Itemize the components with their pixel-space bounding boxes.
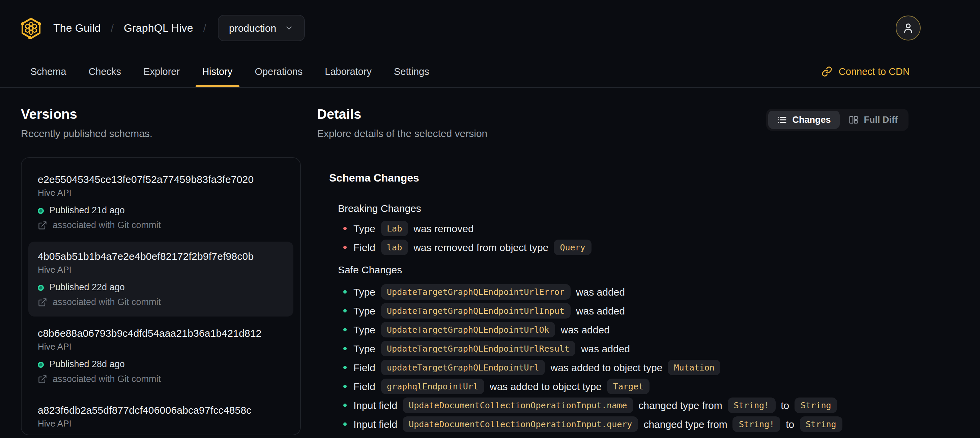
tab-schema[interactable]: Schema [24,56,73,87]
connect-to-cdn-button[interactable]: Connect to CDN [822,56,910,87]
full-diff-toggle-button[interactable]: Full Diff [840,111,907,129]
breadcrumb-bar: The Guild / GraphQL Hive / production [0,0,980,56]
git-commit-label: associated with Git commit [52,219,161,231]
version-published-row: Published 22d ago [38,282,284,293]
top-header: The Guild / GraphQL Hive / production Sc… [0,0,980,88]
tab-operations[interactable]: Operations [248,56,309,87]
published-status-dot [38,207,44,213]
git-commit-label: associated with Git commit [52,373,161,385]
main-content: Versions Recently published schemas. e2e… [0,88,980,438]
published-status-dot [38,285,44,290]
schema-coordinate-badge: UpdateTargetGraphQLEndpointUrlResult [381,341,576,356]
change-text: changed type from [643,418,727,430]
target-selector-value: production [229,22,276,34]
schema-coordinate-badge: UpdateTargetGraphQLEndpointUrlOk [381,322,555,337]
version-item[interactable]: 4b05ab51b1b4a7e2e4b0ef82172f2b9f7ef98c0b… [28,242,293,317]
versions-subtitle: Recently published schemas. [21,127,301,140]
safe-change-item: TypeUpdateTargetGraphQLEndpointUrlResult… [329,339,908,358]
details-subtitle: Explore details of the selected version [317,127,487,140]
changes-toggle-button[interactable]: Changes [768,111,839,129]
git-commit-label: associated with Git commit [52,296,161,308]
schema-coordinate-badge: Lab [381,220,408,236]
version-published-row: Published 28d ago [38,358,284,371]
breaking-changes-list: TypeLabwas removedFieldlabwas removed fr… [329,219,908,256]
chevron-down-icon [284,24,293,32]
safe-change-item: TypeUpdateTargetGraphQLEndpointUrlInputw… [329,301,908,320]
version-item[interactable]: e2e55045345ce13fe07f52a77459b83fa3fe7020… [28,165,293,240]
change-text: was removed [414,222,474,234]
published-label: Published 22d ago [49,282,125,293]
tab-history[interactable]: History [195,56,239,87]
change-text: was added to object type [551,362,663,373]
safe-changes-title: Safe Changes [329,263,908,276]
columns-icon [848,115,859,125]
git-commit-link[interactable]: associated with Git commit [38,373,284,385]
tab-explorer[interactable]: Explorer [137,56,186,87]
version-service: Hive API [38,341,284,352]
published-status-dot [38,362,44,368]
details-panel: Details Explore details of the selected … [317,106,908,438]
details-header: Details Explore details of the selected … [317,106,908,140]
version-item[interactable]: c8b6e88a06793b9c4dfd54aaa21b36a1b421d812… [28,319,293,393]
change-text: was added to object type [490,380,601,392]
breaking-change-item: Fieldlabwas removed from object typeQuer… [329,237,908,256]
view-toggle-group: Changes Full Diff [766,109,908,131]
published-label: Published 28d ago [49,358,125,371]
safe-change-item: FieldgraphqlEndpointUrlwas added to obje… [329,377,908,395]
change-text: Type [353,286,375,297]
full-diff-toggle-label: Full Diff [864,115,898,125]
version-published-row: Published 21d ago [38,204,284,217]
version-item[interactable]: a823f6db2a55df877dcf406006abca97fcc4858c… [28,395,293,435]
breadcrumb-org[interactable]: The Guild [53,22,101,34]
breadcrumb-project[interactable]: GraphQL Hive [124,22,193,34]
change-text: was added [581,342,630,354]
version-service: Hive API [38,187,284,198]
link-icon [822,66,833,77]
versions-title: Versions [21,106,301,122]
schema-coordinate-badge: String! [733,416,780,432]
tab-laboratory[interactable]: Laboratory [318,56,379,87]
schema-changes-title: Schema Changes [329,171,908,185]
breadcrumb-separator: / [204,22,206,34]
user-menu-button[interactable] [896,16,921,40]
tab-checks[interactable]: Checks [82,56,128,87]
change-text: was added [576,305,625,316]
schema-coordinate-badge: String! [728,397,775,413]
change-text: to [786,418,794,430]
version-service: Hive API [38,264,284,276]
schema-coordinate-badge: updateTargetGraphQLEndpointUrl [381,359,545,375]
safe-change-item: FieldupdateTargetGraphQLEndpointUrlwas a… [329,358,908,377]
external-link-icon [38,298,47,307]
change-text: was added [561,323,610,335]
change-text: Type [353,323,375,335]
nav-tab-bar: SchemaChecksExplorerHistoryOperationsLab… [0,56,980,87]
change-text: was added [576,286,625,297]
nav-tabs: SchemaChecksExplorerHistoryOperationsLab… [24,56,436,87]
tab-settings[interactable]: Settings [387,56,436,87]
schema-changes-section: Schema Changes Breaking Changes TypeLabw… [317,171,908,433]
breadcrumb: The Guild / GraphQL Hive / production [53,15,304,41]
hive-logo-icon[interactable] [19,16,43,40]
changes-toggle-label: Changes [792,115,830,125]
change-text: was removed from object type [414,241,548,253]
change-text: Field [353,380,375,392]
schema-coordinate-badge: UpdateTargetGraphQLEndpointUrlError [381,284,571,299]
schema-coordinate-badge: Query [554,239,591,255]
safe-change-item: Input fieldUpdateDocumentCollectionOpera… [329,414,908,433]
versions-list: e2e55045345ce13fe07f52a77459b83fa3fe7020… [21,157,301,435]
list-icon [776,115,787,125]
breadcrumb-separator: / [111,22,114,34]
change-text: Field [353,362,375,373]
change-text: Field [353,241,375,253]
schema-coordinate-badge: lab [381,239,408,255]
git-commit-link[interactable]: associated with Git commit [38,219,284,231]
change-text: to [781,399,789,411]
published-label: Published 21d ago [49,204,125,217]
version-hash: 4b05ab51b1b4a7e2e4b0ef82172f2b9f7ef98c0b [38,250,284,263]
target-selector-dropdown[interactable]: production [218,15,304,41]
nav-spacer [436,56,822,87]
git-commit-link[interactable]: associated with Git commit [38,296,284,308]
safe-changes-list: TypeUpdateTargetGraphQLEndpointUrlErrorw… [329,282,908,433]
schema-coordinate-badge: String [794,397,837,413]
version-hash: c8b6e88a06793b9c4dfd54aaa21b36a1b421d812 [38,327,284,339]
